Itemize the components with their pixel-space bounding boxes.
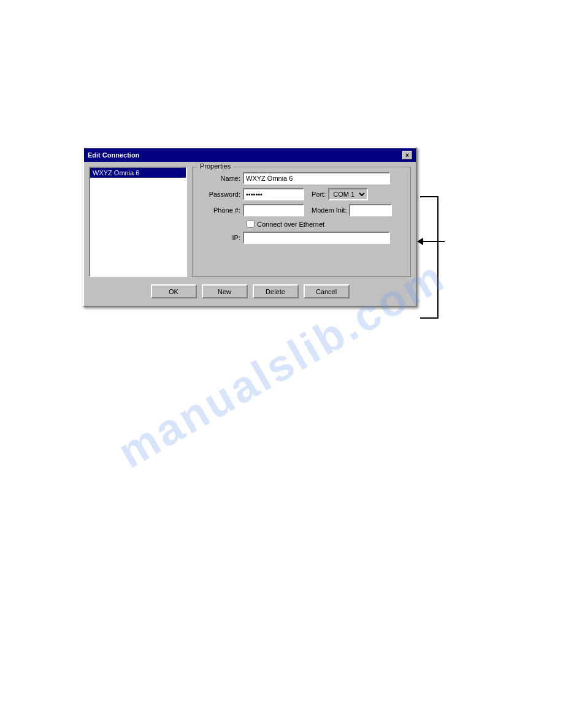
name-row: Name: — [197, 172, 405, 184]
ip-label: IP: — [197, 234, 240, 241]
phone-label: Phone #: — [197, 207, 240, 214]
close-button[interactable]: × — [402, 151, 412, 159]
modem-label: Modem Init: — [312, 207, 347, 214]
password-port-row: Password: Port: COM 1 COM 2 COM 3 COM 4 — [197, 188, 405, 200]
phone-input[interactable] — [243, 204, 304, 216]
ip-input[interactable] — [243, 232, 390, 244]
port-select[interactable]: COM 1 COM 2 COM 3 COM 4 — [328, 188, 368, 200]
ethernet-checkbox[interactable] — [247, 220, 255, 228]
password-label: Password: — [197, 191, 240, 198]
edit-connection-dialog: Edit Connection × WXYZ Omnia 6 Propertie… — [83, 147, 417, 307]
properties-group: Properties Name: Password: Port: COM 1 C… — [192, 167, 411, 277]
delete-button[interactable]: Delete — [253, 284, 299, 298]
modem-input[interactable] — [349, 204, 392, 216]
new-button[interactable]: New — [202, 284, 248, 298]
name-label: Name: — [197, 175, 240, 182]
port-label: Port: — [312, 191, 326, 198]
dialog-body: WXYZ Omnia 6 Properties Name: Password: … — [84, 162, 416, 306]
title-bar: Edit Connection × — [84, 148, 416, 162]
ip-row: IP: — [197, 232, 405, 244]
list-item[interactable]: WXYZ Omnia 6 — [90, 168, 186, 178]
port-row: Port: COM 1 COM 2 COM 3 COM 4 — [312, 188, 368, 200]
properties-legend: Properties — [197, 162, 233, 170]
ethernet-row: Connect over Ethernet — [247, 220, 405, 228]
connection-list[interactable]: WXYZ Omnia 6 — [89, 167, 187, 277]
ethernet-label: Connect over Ethernet — [257, 221, 324, 228]
phone-modem-row: Phone #: Modem Init: — [197, 204, 405, 216]
modem-row: Modem Init: — [312, 204, 392, 216]
dialog-content: WXYZ Omnia 6 Properties Name: Password: … — [89, 167, 411, 277]
password-input[interactable] — [243, 188, 304, 200]
button-row: OK New Delete Cancel — [89, 282, 411, 301]
name-input[interactable] — [243, 172, 390, 184]
cancel-button[interactable]: Cancel — [304, 284, 350, 298]
ok-button[interactable]: OK — [151, 284, 197, 298]
dialog-title: Edit Connection — [88, 151, 139, 159]
bracket-annotation — [420, 196, 439, 319]
